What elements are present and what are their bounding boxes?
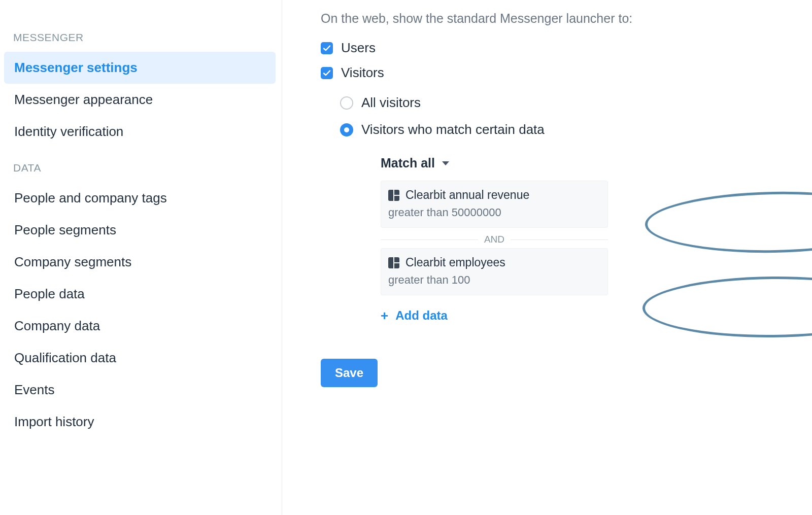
- sidebar-item-qualification-data[interactable]: Qualification data: [4, 342, 276, 374]
- sidebar-item-label: Qualification data: [14, 350, 116, 365]
- radio-match-data[interactable]: Visitors who match certain data: [340, 122, 792, 138]
- sidebar-section-header-messenger: MESSENGER: [4, 26, 276, 52]
- sidebar-item-people-segments[interactable]: People segments: [4, 214, 276, 246]
- rule-condition: greater than 100: [388, 273, 599, 287]
- sidebar-item-label: Import history: [14, 414, 94, 429]
- rule-and-separator: AND: [381, 234, 608, 245]
- sidebar-item-label: Company data: [14, 318, 100, 333]
- checkbox-icon: [321, 42, 333, 54]
- clearbit-icon: [388, 190, 399, 201]
- sidebar-item-events[interactable]: Events: [4, 374, 276, 406]
- rule-card-revenue[interactable]: Clearbit annual revenue greater than 500…: [381, 181, 608, 228]
- plus-icon: +: [381, 309, 388, 322]
- sidebar-item-company-data[interactable]: Company data: [4, 310, 276, 342]
- clearbit-icon: [388, 257, 399, 268]
- rule-card-employees[interactable]: Clearbit employees greater than 100: [381, 248, 608, 295]
- sidebar-item-company-segments[interactable]: Company segments: [4, 246, 276, 278]
- main-panel: On the web, show the standard Messenger …: [282, 0, 812, 515]
- sidebar-section-header-data: DATA: [4, 157, 276, 182]
- match-mode-dropdown[interactable]: Match all: [381, 156, 449, 170]
- save-button[interactable]: Save: [321, 359, 378, 387]
- add-data-label: Add data: [395, 308, 448, 323]
- checkbox-label: Users: [341, 40, 376, 56]
- checkbox-label: Visitors: [341, 65, 384, 81]
- sidebar-item-label: Events: [14, 382, 55, 397]
- checkbox-row-visitors[interactable]: Visitors: [321, 65, 792, 81]
- radio-label: All visitors: [361, 95, 421, 111]
- sidebar-item-label: Messenger settings: [14, 60, 138, 75]
- rule-attribute: Clearbit annual revenue: [405, 188, 529, 202]
- sidebar: MESSENGER Messenger settings Messenger a…: [0, 0, 282, 515]
- checkbox-row-users[interactable]: Users: [321, 40, 792, 56]
- radio-all-visitors[interactable]: All visitors: [340, 95, 792, 111]
- sidebar-item-label: People data: [14, 286, 85, 301]
- rule-condition: greater than 50000000: [388, 206, 599, 219]
- sidebar-item-label: People segments: [14, 222, 116, 237]
- radio-icon: [340, 123, 353, 136]
- sidebar-item-people-company-tags[interactable]: People and company tags: [4, 182, 276, 214]
- sidebar-item-messenger-appearance[interactable]: Messenger appearance: [4, 84, 276, 116]
- sidebar-item-label: Company segments: [14, 254, 131, 269]
- sidebar-item-people-data[interactable]: People data: [4, 278, 276, 310]
- radio-icon: [340, 96, 353, 110]
- and-label: AND: [484, 234, 504, 245]
- match-mode-label: Match all: [381, 156, 435, 170]
- sidebar-item-import-history[interactable]: Import history: [4, 406, 276, 438]
- rule-attribute: Clearbit employees: [405, 256, 505, 269]
- radio-label: Visitors who match certain data: [361, 122, 545, 138]
- chevron-down-icon: [442, 161, 449, 165]
- sidebar-item-identity-verification[interactable]: Identity verification: [4, 116, 276, 148]
- sidebar-item-label: Messenger appearance: [14, 92, 153, 107]
- checkbox-icon: [321, 67, 333, 79]
- sidebar-item-label: Identity verification: [14, 124, 123, 139]
- add-data-button[interactable]: + Add data: [381, 308, 448, 323]
- section-description: On the web, show the standard Messenger …: [321, 11, 792, 26]
- sidebar-item-messenger-settings[interactable]: Messenger settings: [4, 52, 276, 84]
- sidebar-item-label: People and company tags: [14, 190, 167, 205]
